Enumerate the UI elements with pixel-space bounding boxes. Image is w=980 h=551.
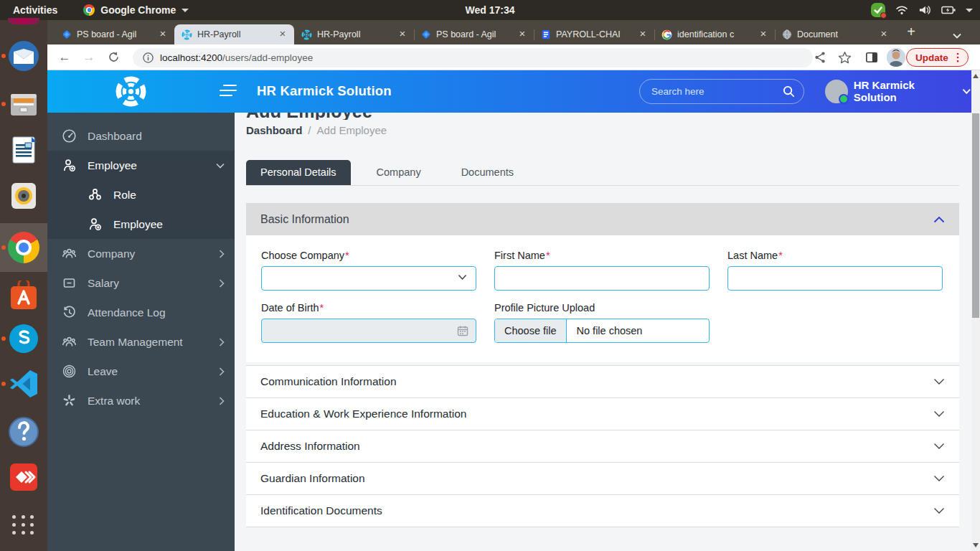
show-applications-icon[interactable] <box>12 515 35 534</box>
basic-information-header[interactable]: Basic Information <box>246 203 959 235</box>
last-name-input[interactable] <box>727 266 943 291</box>
dock-vscode-icon[interactable] <box>8 368 39 400</box>
new-tab-button[interactable]: + <box>901 22 921 42</box>
dob-input[interactable] <box>261 319 476 343</box>
scroll-up-icon[interactable] <box>973 74 979 78</box>
update-button[interactable]: Update ⋮ <box>906 48 969 67</box>
info-icon[interactable] <box>143 52 154 63</box>
close-icon[interactable]: × <box>637 29 649 40</box>
dock-remmina-icon[interactable] <box>8 461 39 493</box>
desktop: Activities Google Chrome Wed 17:34 <box>0 0 980 551</box>
share-button[interactable] <box>814 48 826 67</box>
close-icon[interactable]: × <box>157 29 169 40</box>
browser-tab-hr-payroll-2[interactable]: HR-Payroll × <box>294 24 414 44</box>
tab-personal-details[interactable]: Personal Details <box>246 160 351 185</box>
user-menu[interactable]: HR Karmick Solution <box>825 79 971 103</box>
breadcrumb-dashboard[interactable]: Dashboard <box>246 124 302 136</box>
chevron-up-icon[interactable] <box>933 216 945 223</box>
header-search[interactable] <box>639 79 804 104</box>
accordion-address[interactable]: Address Information <box>246 430 959 463</box>
scrollbar-thumb[interactable] <box>972 113 979 318</box>
dock-thunderbird-icon[interactable] <box>8 40 39 72</box>
first-name-input[interactable] <box>494 266 710 291</box>
chevron-right-icon <box>219 250 225 258</box>
forward-button[interactable]: → <box>80 49 98 66</box>
chevron-down-icon <box>962 88 971 95</box>
dock-writer-icon[interactable] <box>8 134 39 166</box>
browser-tab-ps-board-1[interactable]: PS board - Agil × <box>55 24 174 44</box>
dock-help-icon[interactable] <box>8 416 39 448</box>
tab-search-chevron-icon[interactable] <box>953 33 980 39</box>
company-select[interactable] <box>261 266 476 291</box>
search-input[interactable] <box>651 86 783 97</box>
volume-icon[interactable] <box>918 4 931 16</box>
dock-chrome-icon[interactable] <box>8 232 39 263</box>
accordion-identification[interactable]: Identification Documents <box>246 495 959 527</box>
browser-tab-hr-payroll-active[interactable]: HR-Payroll × <box>174 24 294 44</box>
accordion-education-work[interactable]: Education & Work Experience Information <box>246 398 959 430</box>
browser-tab-identification[interactable]: identification c × <box>654 24 775 44</box>
close-icon[interactable]: × <box>397 29 408 40</box>
sidebar-item-team-management[interactable]: Team Management <box>47 327 235 357</box>
sidebar-item-leave[interactable]: Leave <box>47 357 235 386</box>
google-icon <box>661 29 672 40</box>
sidebar-item-company[interactable]: Company <box>47 239 235 268</box>
battery-icon[interactable] <box>941 5 956 15</box>
tray-chevron-down-icon[interactable] <box>966 9 973 12</box>
chevron-right-icon <box>219 367 225 376</box>
back-button[interactable]: ← <box>56 49 73 66</box>
sidebar-item-extra-work[interactable]: Extra work <box>47 386 235 415</box>
address-bar[interactable]: localhost:4200/users/add-employee <box>133 48 813 67</box>
wifi-icon[interactable] <box>895 5 908 15</box>
dock-rhythmbox-icon[interactable] <box>8 180 39 212</box>
activities-button[interactable]: Activities <box>0 4 70 16</box>
search-icon[interactable] <box>783 85 795 98</box>
app-logo-icon[interactable] <box>115 75 147 108</box>
system-topbar: Activities Google Chrome Wed 17:34 <box>0 0 980 20</box>
salary-icon <box>62 276 77 291</box>
dock-skype-icon[interactable] <box>8 323 39 354</box>
browser-tab-ps-board-2[interactable]: PS board - Agil × <box>414 24 534 44</box>
kebab-menu-icon[interactable]: ⋮ <box>953 51 963 64</box>
close-icon[interactable]: × <box>878 29 890 40</box>
sidebar-item-attendance-log[interactable]: Attendance Log <box>47 298 235 327</box>
chevron-down-icon <box>933 475 945 482</box>
screen-record-indicator-icon[interactable] <box>871 3 885 17</box>
sidebar-toggle-icon[interactable] <box>220 85 237 98</box>
sidebar-item-employee[interactable]: Employee <box>47 151 235 180</box>
sidebar-item-dashboard[interactable]: Dashboard <box>47 121 235 151</box>
accordion-guardian[interactable]: Guardian Information <box>246 463 959 495</box>
sidebar-subitem-role[interactable]: Role <box>47 180 235 209</box>
calendar-icon[interactable] <box>457 325 468 336</box>
close-icon[interactable]: × <box>758 29 769 40</box>
page-scrollbar[interactable] <box>971 70 980 551</box>
close-icon[interactable]: × <box>517 29 528 40</box>
clock[interactable]: Wed 17:34 <box>466 4 515 16</box>
close-icon[interactable]: × <box>277 29 288 40</box>
side-panel-icon[interactable] <box>865 48 878 67</box>
burst-icon <box>62 393 77 408</box>
app-menu[interactable]: Google Chrome <box>83 4 189 16</box>
sidebar-subitem-employee[interactable]: Employee <box>47 209 235 239</box>
globe-icon <box>782 29 792 39</box>
dock-software-icon[interactable] <box>8 281 39 312</box>
bookmark-star-icon[interactable] <box>838 48 852 67</box>
reload-button[interactable] <box>105 49 122 66</box>
dock-firefox-icon[interactable] <box>8 18 39 24</box>
dock-archive-icon[interactable] <box>8 88 39 120</box>
sidebar-item-salary[interactable]: Salary <box>47 268 235 298</box>
file-chosen-status: No file chosen <box>567 319 653 342</box>
accordion-communication[interactable]: Communication Information <box>246 366 959 398</box>
tab-company[interactable]: Company <box>362 160 435 185</box>
app-title: HR Karmick Solution <box>257 83 392 99</box>
breadcrumb-current: Add Employee <box>317 124 387 136</box>
scroll-down-icon[interactable] <box>973 543 979 547</box>
tab-documents[interactable]: Documents <box>447 160 528 185</box>
profile-picture-file-input[interactable]: Choose file No file chosen <box>494 319 710 343</box>
dashboard-icon <box>62 128 77 143</box>
browser-tab-document[interactable]: Document × <box>775 24 895 44</box>
browser-tab-payroll-doc[interactable]: PAYROLL-CHAI × <box>534 24 654 44</box>
choose-file-button[interactable]: Choose file <box>495 319 567 342</box>
system-tray <box>871 3 973 17</box>
browser-profile-avatar[interactable] <box>887 48 905 67</box>
